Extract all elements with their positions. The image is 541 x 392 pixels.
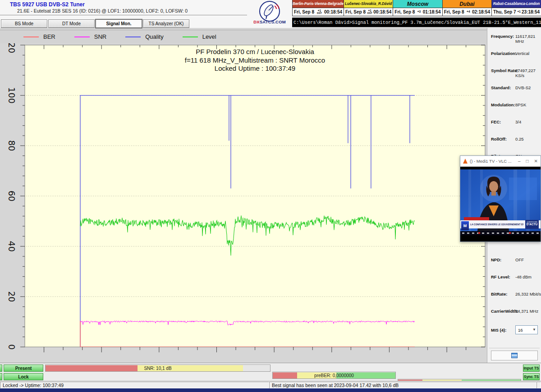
ts-rate-icon bbox=[511, 353, 518, 358]
clock-time-row: Thu, Sep 7+123:18:54 bbox=[492, 8, 541, 16]
tab-signal-mon[interactable]: Signal Mon. bbox=[96, 19, 142, 28]
vlc-titlebar[interactable]: () - Medi1 TV - VLC ... – □ ✕ bbox=[460, 156, 541, 167]
tab-bs-mode[interactable]: BS Mode bbox=[1, 19, 47, 28]
clock-moscow: MoscowFri, Sep 8+301:18:54 bbox=[393, 0, 442, 16]
statusbar-best-signal-segment: Best signal has been seen at 2023-09-04 … bbox=[269, 382, 536, 388]
ticker-text-placeholder bbox=[462, 232, 539, 234]
statusbar-left-text: Locked -> Uptime: 100:37:49 bbox=[3, 383, 64, 388]
legend-label-quality: Quality bbox=[145, 33, 163, 40]
param-value: 26,332 Mbit/s bbox=[515, 292, 541, 296]
sidebar-bottom-button[interactable] bbox=[491, 351, 538, 360]
status-badge-lock: Lock bbox=[4, 373, 43, 380]
param-label: RF Level: bbox=[491, 274, 510, 279]
status-badge-input-ts: Input TS bbox=[523, 365, 540, 372]
clock-dst-flag: DST bbox=[317, 12, 322, 15]
vlc-window-title: () - Medi1 TV - VLC ... bbox=[470, 159, 513, 164]
window-subtitle: 21.6E - Eutelsat 21B SES 16 (ID: 0216) @… bbox=[17, 8, 188, 14]
param-row-bitrate: BitRate:26,332 Mbit/s bbox=[487, 292, 541, 299]
edge-indicator bbox=[0, 373, 2, 380]
chart-title-line: Locked Uptime : 100:37:49 bbox=[215, 64, 295, 72]
y-tick-label: 100 bbox=[7, 87, 17, 104]
param-value: 0.25 bbox=[515, 137, 524, 141]
command-line: C:\Users\Roman Dávid>Signal monitoring_P… bbox=[292, 17, 541, 27]
clock-time-row: Fri, Sep 8+301:18:54 bbox=[393, 8, 442, 16]
chart-title-line: f=11 618 MHz_V_Multistream : SNRT Morocc… bbox=[185, 56, 325, 64]
clock-time-row: Fri, Sep 8+1DST00:18:54 bbox=[344, 8, 393, 16]
signal-chart: 020406080100120PF Prodelin 370 cm / Luce… bbox=[0, 28, 487, 363]
legend-item-quality: Quality bbox=[125, 33, 163, 40]
clock-rabat-casablanca-london: Rabat-Casablanca-LondonThu, Sep 7+123:18… bbox=[491, 0, 541, 16]
legend-item-snr: SNR bbox=[74, 33, 106, 40]
legend-line-snr bbox=[74, 36, 90, 37]
param-row-standard: Standard:DVB-S2 bbox=[487, 85, 541, 92]
param-row-fec: FEC:3/4 bbox=[487, 119, 541, 127]
param-row-rf-level: RF Level:-48 dBm bbox=[487, 274, 541, 282]
param-label: Polarization: bbox=[491, 51, 517, 56]
clock-utc-offset: +1 bbox=[518, 10, 521, 14]
param-value: 3/4 bbox=[515, 119, 521, 124]
clock-dst-flag: DST bbox=[367, 12, 372, 15]
clock-date: Fri, Sep 8 bbox=[394, 9, 415, 14]
window-title: TBS 5927 USB DVB-S2 Tuner bbox=[10, 1, 85, 8]
param-row-symbol-rate: Symbol Rate:27497,227 KS/s bbox=[487, 68, 541, 75]
app-window: TBS 5927 USB DVB-S2 Tuner 21.6E - Eutels… bbox=[0, 0, 541, 392]
maximize-icon[interactable]: □ bbox=[526, 159, 529, 164]
news-banner-text: LA CONFIANCE ENVERS LE GOUVERNEMENT EN B… bbox=[470, 223, 523, 226]
clock-utc-offset: +4 bbox=[466, 10, 471, 14]
param-value: DVB-S2 bbox=[515, 85, 531, 90]
news-ticker bbox=[460, 231, 541, 235]
param-value: 11617,821 MHz bbox=[515, 34, 541, 44]
status-gauge-snr: SNR: 10,1 dB bbox=[45, 365, 270, 372]
legend-line-level bbox=[183, 36, 198, 37]
clock-lu-enec-slovakia-r-d-vid: Lučenec-Slovakia_R.DávidFri, Sep 8+1DST0… bbox=[344, 0, 393, 16]
clock-offset-value: +4 bbox=[467, 10, 470, 14]
status-gauge-label: SNR: 10,1 dB bbox=[46, 365, 270, 371]
param-value: 34,371 MHz bbox=[515, 309, 538, 314]
clock-time-value: 02:18:54 bbox=[472, 9, 490, 14]
clock-berlin-paris-vienna-belgrade: Berlin-Paris-Vienna-BelgradeFri, Sep 8+1… bbox=[292, 0, 344, 16]
param-label: FEC: bbox=[491, 119, 501, 124]
clock-time-value: 00:18:54 bbox=[324, 9, 342, 14]
y-tick-label: 80 bbox=[7, 140, 17, 151]
y-tick-label: 0 bbox=[7, 344, 17, 350]
param-label: NPD: bbox=[491, 257, 501, 262]
logo-text: DXSATCS.COM bbox=[247, 19, 292, 24]
statusbar-lock-segment: Locked -> Uptime: 100:37:49 bbox=[0, 382, 269, 388]
clock-time-row: Fri, Sep 8+1DST00:18:54 bbox=[293, 8, 344, 16]
legend-label-ber: BER bbox=[43, 33, 55, 40]
program-logo-bottom: D'ACTU bbox=[525, 223, 539, 226]
clock-time-value: 23:18:54 bbox=[522, 9, 540, 14]
tab-ts-analyzer-ok[interactable]: TS Analyzer (OK) bbox=[143, 19, 189, 28]
legend-label-level: Level bbox=[202, 33, 216, 40]
param-row-frequency: Frequency:11617,821 MHz bbox=[487, 34, 541, 41]
minimize-icon[interactable]: – bbox=[518, 159, 521, 164]
legend-line-quality bbox=[125, 36, 141, 37]
y-tick-label: 20 bbox=[7, 291, 17, 302]
clock-date: Fri, Sep 8 bbox=[294, 9, 314, 14]
clock-offset-value: +1 bbox=[518, 10, 521, 14]
dxsatcs-logo: DXSATCS.COM bbox=[247, 0, 292, 28]
taskbar bbox=[0, 388, 541, 392]
y-tick-label: 40 bbox=[7, 241, 17, 252]
clock-city-label: Moscow bbox=[393, 0, 442, 8]
close-icon[interactable]: ✕ bbox=[534, 159, 538, 164]
status-badge-present: Present bbox=[4, 365, 43, 372]
clock-date: Thu, Sep 7 bbox=[493, 9, 516, 14]
tab-dt-mode[interactable]: DT Mode bbox=[48, 19, 95, 28]
tab-bar: BS ModeDT ModeSignal Mon.TS Analyzer (OK… bbox=[1, 19, 190, 28]
clock-date: Fri, Sep 8 bbox=[444, 9, 464, 14]
vlc-video-area[interactable]: LA CONFIANCE ENVERS LE GOUVERNEMENT EN B… bbox=[460, 167, 541, 242]
param-value: Vertical bbox=[515, 51, 529, 56]
param-value: -48 dBm bbox=[515, 274, 532, 279]
clock-dubai: DubaiFri, Sep 8+402:18:54 bbox=[442, 0, 491, 16]
clock-city-label: Lučenec-Slovakia_R.Dávid bbox=[344, 0, 393, 8]
statusbar-center-text: Best signal has been seen at 2023-09-04 … bbox=[272, 383, 399, 388]
dropdown-chevron-icon: ▼ bbox=[532, 328, 536, 332]
news-topic-tag bbox=[464, 217, 489, 220]
legend-line-ber bbox=[23, 36, 39, 37]
clock-utc-offset: +1DST bbox=[367, 9, 372, 15]
clock-date: Fri, Sep 8 bbox=[345, 9, 366, 14]
statusbar-resize-segment bbox=[536, 382, 541, 388]
mis-select[interactable]: 16 ▼ bbox=[515, 325, 538, 334]
param-value: OFF bbox=[515, 257, 524, 262]
